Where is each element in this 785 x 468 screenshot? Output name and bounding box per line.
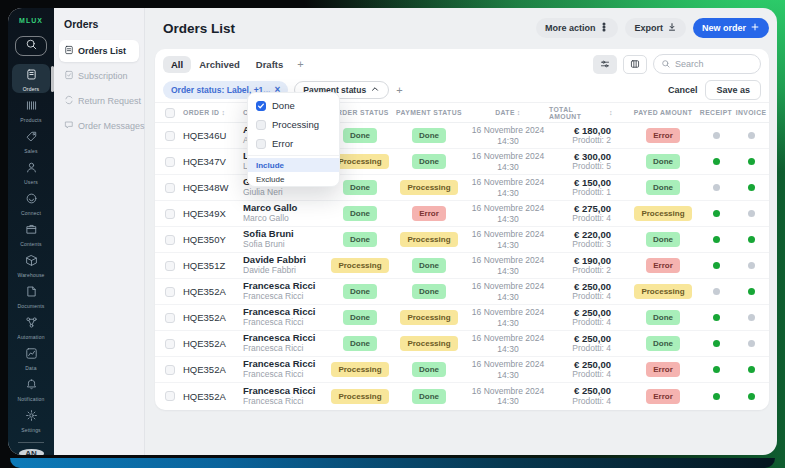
rail-item-users[interactable]: Users [12, 157, 50, 186]
sort-icon[interactable]: ↕ [221, 109, 225, 116]
table-search[interactable] [653, 54, 761, 74]
row-checkbox[interactable] [165, 339, 175, 349]
checkbox-checked-icon[interactable] [256, 101, 266, 111]
order-date: 16 Novembre 2024 [467, 125, 549, 135]
table-row[interactable]: HQE352A Francesca Ricci Francesca Ricci … [155, 383, 769, 409]
payed-amount-badge: Done [646, 154, 680, 169]
return-icon [64, 95, 74, 107]
sidebar-item-orders-list[interactable]: Orders List [59, 40, 139, 62]
payed-amount-badge: Error [646, 389, 680, 404]
export-button[interactable]: Export [625, 18, 686, 38]
dropdown-mode-exclude[interactable]: Exclude [248, 172, 339, 186]
sort-icon[interactable]: ↕ [517, 109, 521, 116]
sidebar-item-order-messages[interactable]: Order Messages [59, 115, 139, 137]
row-checkbox[interactable] [165, 313, 175, 323]
rail-item-settings[interactable]: Settings [12, 405, 50, 434]
order-status-badge: Processing [331, 389, 388, 404]
row-checkbox[interactable] [165, 365, 175, 375]
new-order-button[interactable]: New order [693, 18, 769, 38]
rail-item-connect[interactable]: Connect [12, 188, 50, 217]
order-date: 16 Novembre 2024 [467, 255, 549, 265]
invoice-indicator [748, 210, 755, 217]
add-filter-button[interactable]: + [389, 84, 409, 96]
checkbox-icon[interactable] [256, 139, 266, 149]
save-as-button[interactable]: Save as [705, 80, 761, 100]
add-tab-button[interactable]: + [291, 58, 309, 70]
col-total-amount[interactable]: Total Amount↕ [549, 106, 627, 120]
sidebar-item-subscription[interactable]: Subscription [59, 65, 139, 87]
dropdown-option-error[interactable]: Error [248, 134, 339, 153]
payed-amount-badge: Processing [634, 284, 691, 299]
row-checkbox[interactable] [165, 391, 175, 401]
main-content: Orders List More action Export New order [145, 8, 777, 455]
checkbox-icon[interactable] [256, 120, 266, 130]
tab-drafts[interactable]: Drafts [248, 56, 291, 73]
sort-icon[interactable]: ↕ [609, 109, 613, 116]
row-checkbox[interactable] [165, 287, 175, 297]
order-date: 16 Novembre 2024 [467, 307, 549, 317]
rail-item-contents[interactable]: Contents [12, 219, 50, 248]
kebab-icon [599, 22, 609, 34]
dropdown-option-processing[interactable]: Processing [248, 115, 339, 134]
rail-item-documents[interactable]: Documents [12, 281, 50, 310]
table-row[interactable]: HQE352A Francesca Ricci Francesca Ricci … [155, 331, 769, 357]
payment-status-badge: Processing [400, 180, 457, 195]
table-row[interactable]: HQE352A Francesca Ricci Francesca Ricci … [155, 279, 769, 305]
order-time: 14:30 [467, 396, 549, 406]
invoice-indicator [748, 340, 755, 347]
invoice-indicator [748, 366, 755, 373]
orders-list-icon [64, 45, 74, 57]
rail-item-notification[interactable]: Notification [12, 374, 50, 403]
more-action-button[interactable]: More action [536, 18, 619, 38]
rail-item-products[interactable]: Products [12, 95, 50, 124]
table-row[interactable]: HQE351Z Davide Fabbri Davide Fabbri Proc… [155, 253, 769, 279]
row-checkbox[interactable] [165, 261, 175, 271]
row-checkbox[interactable] [165, 183, 175, 193]
rail-scrollbar-thumb[interactable] [51, 66, 54, 92]
rail-item-orders[interactable]: Orders [12, 64, 50, 93]
order-status-badge: Done [343, 232, 377, 247]
plus-icon [750, 22, 760, 34]
order-time: 14:30 [467, 162, 549, 172]
order-status-badge: Processing [331, 362, 388, 377]
receipt-indicator [713, 158, 720, 165]
invoice-indicator [748, 236, 755, 243]
row-checkbox[interactable] [165, 235, 175, 245]
rail-item-automation[interactable]: Automation [12, 312, 50, 341]
table-row[interactable]: HQE352A Francesca Ricci Francesca Ricci … [155, 357, 769, 383]
col-order-id[interactable]: Order ID↕ [183, 109, 243, 116]
search-input[interactable] [675, 59, 753, 69]
rail-search-button[interactable] [15, 36, 47, 56]
order-id: HQE347V [183, 156, 243, 167]
payed-amount-badge: Error [646, 258, 680, 273]
sidebar-item-return-request[interactable]: Return Request [59, 90, 139, 112]
search-icon [661, 55, 671, 73]
row-checkbox[interactable] [165, 157, 175, 167]
columns-view-button[interactable] [623, 55, 647, 74]
order-date: 16 Novembre 2024 [467, 281, 549, 291]
dropdown-mode-include[interactable]: Include [248, 158, 339, 172]
table-row[interactable]: HQE352A Francesca Ricci Francesca Ricci … [155, 305, 769, 331]
col-invoice: Invoice [733, 109, 769, 116]
invoice-indicator [748, 262, 755, 269]
filter-settings-button[interactable] [593, 55, 617, 74]
rail-item-sales[interactable]: Sales [12, 126, 50, 155]
col-date[interactable]: Date↕ [467, 109, 549, 116]
receipt-indicator [713, 340, 720, 347]
tab-all[interactable]: All [163, 56, 191, 73]
invoice-indicator [748, 314, 755, 321]
table-row[interactable]: HQE349X Marco Gallo Marco Gallo Done Err… [155, 201, 769, 227]
row-checkbox[interactable] [165, 209, 175, 219]
row-checkbox[interactable] [165, 131, 175, 141]
dropdown-option-done[interactable]: Done [248, 96, 339, 115]
table-row[interactable]: HQE350Y Sofia Bruni Sofia Bruni Done Pro… [155, 227, 769, 253]
customer-subname: Francesca Ricci [243, 318, 329, 328]
invoice-indicator [748, 393, 755, 400]
user-avatar[interactable]: AN [19, 449, 44, 455]
select-all-checkbox[interactable] [165, 108, 175, 118]
rail-item-warehouse[interactable]: Warehouse [12, 250, 50, 279]
tab-archived[interactable]: Archived [191, 56, 248, 73]
rail-item-data[interactable]: Data [12, 343, 50, 372]
cancel-button[interactable]: Cancel [668, 85, 698, 95]
products-count: Prodotti: 4 [572, 344, 611, 354]
